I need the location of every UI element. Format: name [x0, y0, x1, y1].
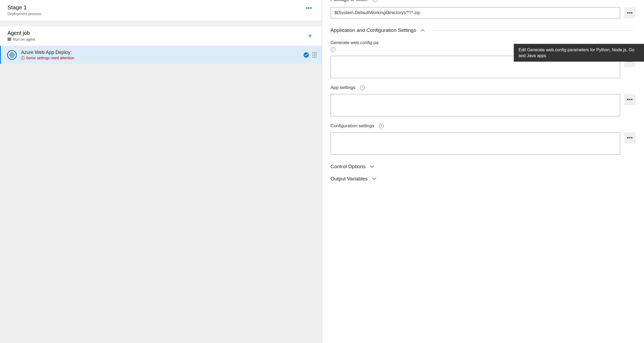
section-control-options[interactable]: Control Options: [331, 164, 636, 170]
section-app-config[interactable]: Application and Configuration Settings: [331, 27, 636, 33]
package-folder-label-text: Package or folder: [331, 0, 368, 2]
config-settings-edit-button[interactable]: •••: [624, 132, 635, 143]
agent-job-subtitle: Run on agent: [7, 37, 35, 41]
chevron-down-icon: [372, 177, 376, 180]
drag-handle-icon[interactable]: [313, 52, 317, 58]
config-settings-label: Configuration settings i: [331, 123, 636, 129]
stage-more-button[interactable]: •••: [304, 4, 314, 12]
task-warning: ! Some settings need attention: [21, 56, 74, 60]
add-task-button[interactable]: +: [306, 32, 314, 40]
gen-webconfig-tooltip: Edit Generate web.config parameters for …: [514, 44, 644, 62]
agent-job-row[interactable]: Agent job Run on agent +: [0, 26, 322, 46]
azure-webapp-icon: [7, 50, 17, 60]
warning-icon: !: [21, 56, 25, 60]
task-title: Azure Web App Deploy:: [21, 50, 74, 55]
chevron-down-icon: [370, 165, 374, 168]
task-warning-text: Some settings need attention: [26, 56, 74, 60]
task-azure-web-app-deploy[interactable]: Azure Web App Deploy: ! Some settings ne…: [0, 46, 322, 64]
agent-job-subtitle-text: Run on agent: [13, 37, 35, 41]
info-icon[interactable]: i: [360, 85, 365, 90]
section-output-label: Output Variables: [331, 176, 368, 182]
stage-subtitle: Deployment process: [7, 12, 41, 16]
task-check-badge-icon: [304, 52, 309, 58]
section-output-variables[interactable]: Output Variables: [331, 176, 636, 182]
config-settings-input[interactable]: [331, 132, 620, 155]
pipeline-tasks-panel: Stage 1 Deployment process ••• Agent job…: [0, 0, 322, 343]
server-icon: [7, 38, 11, 41]
agent-job-title: Agent job: [7, 30, 35, 36]
package-folder-label: Package or folder i: [331, 0, 636, 2]
config-settings-label-text: Configuration settings: [331, 123, 374, 129]
task-settings-panel: Package or folder i ••• Application and …: [322, 0, 644, 343]
app-settings-input[interactable]: [331, 94, 620, 116]
package-folder-input[interactable]: [331, 7, 620, 18]
info-icon[interactable]: i: [331, 47, 335, 52]
info-icon[interactable]: i: [373, 0, 378, 2]
section-app-config-label: Application and Configuration Settings: [331, 27, 416, 33]
package-folder-browse-button[interactable]: •••: [624, 7, 635, 18]
gen-webconfig-label: Generate web.config pa Edit Generate web…: [331, 40, 636, 45]
chevron-up-icon: [420, 29, 425, 32]
section-control-label: Control Options: [331, 164, 366, 170]
stage-title: Stage 1: [7, 4, 41, 11]
app-settings-label-text: App settings: [331, 85, 356, 90]
app-settings-label: App settings i: [331, 85, 636, 90]
app-settings-edit-button[interactable]: •••: [624, 94, 635, 105]
gen-webconfig-label-text: Generate web.config pa: [331, 40, 379, 45]
stage-header: Stage 1 Deployment process •••: [0, 0, 322, 21]
info-icon[interactable]: i: [379, 124, 384, 128]
